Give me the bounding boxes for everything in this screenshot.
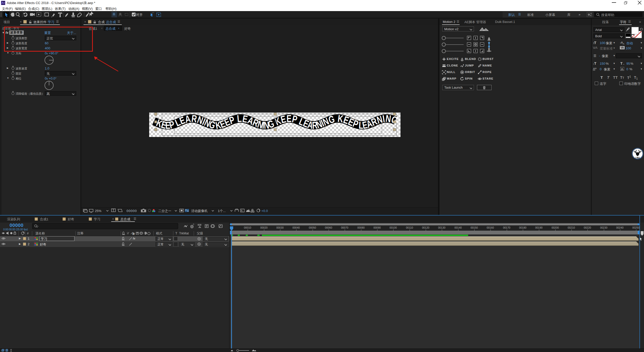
svg-text:00090: 00090 [373, 226, 381, 229]
svg-text:00160: 00160 [487, 226, 494, 229]
svg-text:00180: 00180 [519, 226, 526, 229]
svg-text:00010: 00010 [244, 226, 251, 229]
svg-text:T: T [175, 232, 177, 235]
svg-text:对齐: 对齐 [136, 13, 143, 17]
svg-text:00040: 00040 [292, 226, 300, 229]
svg-text:00080: 00080 [357, 226, 365, 229]
svg-text:00240: 00240 [616, 226, 623, 229]
svg-text:00140: 00140 [454, 226, 462, 229]
svg-text:父级: 父级 [197, 232, 203, 235]
svg-text:源名称: 源名称 [35, 232, 45, 235]
svg-text:00230: 00230 [600, 226, 607, 229]
svg-text:二分之一: 二分之一 [158, 209, 171, 213]
svg-text:00120: 00120 [422, 226, 429, 229]
svg-text:00190: 00190 [535, 226, 542, 229]
svg-text:模式: 模式 [156, 232, 163, 235]
svg-text:注释: 注释 [77, 232, 84, 235]
svg-text:00220: 00220 [584, 226, 591, 229]
svg-text:00000: 00000 [127, 209, 137, 213]
svg-text:00020: 00020 [260, 226, 267, 229]
svg-text:00030: 00030 [276, 226, 284, 229]
svg-text:#: # [27, 232, 29, 235]
svg-text:00130: 00130 [438, 226, 445, 229]
svg-text:25%: 25% [95, 209, 101, 213]
svg-text:00150: 00150 [470, 226, 478, 229]
svg-text:00170: 00170 [503, 226, 510, 229]
svg-text:00050: 00050 [309, 226, 316, 229]
svg-text:00100: 00100 [389, 226, 397, 229]
svg-text:TrkMat: TrkMat [179, 232, 189, 235]
svg-text:00200: 00200 [551, 226, 559, 229]
svg-text:00060: 00060 [325, 226, 332, 229]
svg-text:00070: 00070 [341, 226, 348, 229]
svg-text:fx: fx [133, 232, 135, 235]
svg-text:00210: 00210 [568, 226, 575, 229]
svg-text:00250: 00250 [632, 226, 639, 229]
svg-text:1个...: 1个... [218, 209, 226, 213]
svg-text:+0.0: +0.0 [261, 209, 268, 213]
svg-text:活动摄像机: 活动摄像机 [191, 209, 208, 213]
svg-text:00110: 00110 [406, 226, 413, 229]
svg-text:行鹿志: 行鹿志 [635, 157, 640, 159]
